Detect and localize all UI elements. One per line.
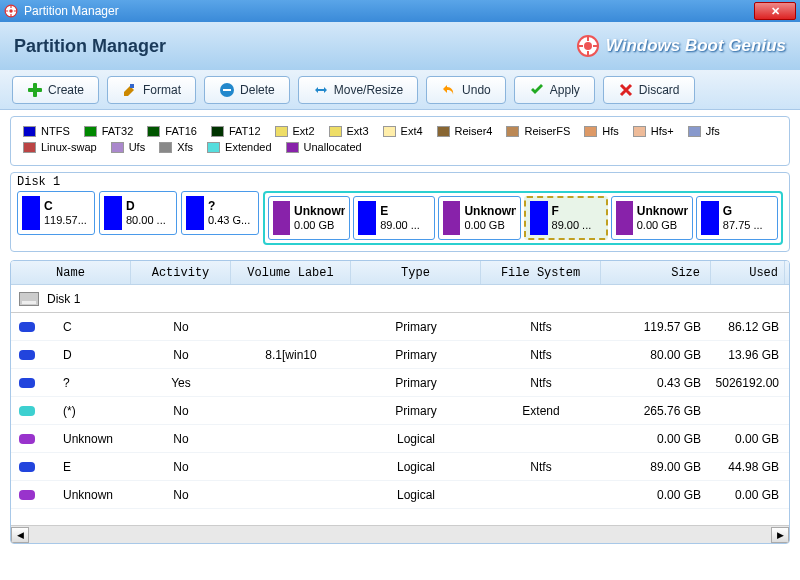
- brand: Windows Boot Genius: [576, 34, 786, 58]
- col-name[interactable]: Name: [11, 261, 131, 284]
- partition-bar: [616, 201, 633, 235]
- legend-item: Ufs: [111, 141, 146, 153]
- table-body[interactable]: Disk 1C No Primary Ntfs 119.57 GB 86.12 …: [11, 285, 789, 525]
- swatch: [84, 126, 97, 137]
- minus-icon: [219, 82, 235, 98]
- svg-rect-10: [223, 89, 231, 91]
- swatch: [23, 126, 36, 137]
- apply-button[interactable]: Apply: [514, 76, 595, 104]
- col-size[interactable]: Size: [601, 261, 711, 284]
- table-row[interactable]: C No Primary Ntfs 119.57 GB 86.12 GB: [11, 313, 789, 341]
- check-icon: [529, 82, 545, 98]
- undo-icon: [441, 82, 457, 98]
- table-header: Name Activity Volume Label Type File Sys…: [11, 261, 789, 285]
- swatch: [211, 126, 224, 137]
- resize-icon: [313, 82, 329, 98]
- disk-map: Disk 1 C119.57...D80.00 ...?0.43 G... Un…: [10, 172, 790, 252]
- partition-dot-icon: [19, 378, 35, 388]
- discard-button[interactable]: Discard: [603, 76, 695, 104]
- legend: NTFSFAT32FAT16FAT12Ext2Ext3Ext4Reiser4Re…: [10, 116, 790, 166]
- legend-item: NTFS: [23, 125, 70, 137]
- legend-item: Reiser4: [437, 125, 493, 137]
- col-activity[interactable]: Activity: [131, 261, 231, 284]
- close-button[interactable]: ✕: [754, 2, 796, 20]
- page-title: Partition Manager: [14, 36, 576, 57]
- legend-item: Ext2: [275, 125, 315, 137]
- swatch: [286, 142, 299, 153]
- brush-icon: [122, 82, 138, 98]
- col-fs[interactable]: File System: [481, 261, 601, 284]
- swatch: [111, 142, 124, 153]
- horizontal-scrollbar[interactable]: ◀ ▶: [11, 525, 789, 543]
- app-icon: [4, 4, 18, 18]
- partition-row: C119.57...D80.00 ...?0.43 G... Unknown0.…: [11, 191, 789, 245]
- swatch: [688, 126, 701, 137]
- partition-bar: [701, 201, 719, 235]
- partition-dot-icon: [19, 406, 35, 416]
- legend-item: Extended: [207, 141, 271, 153]
- scroll-track[interactable]: [29, 527, 771, 543]
- swatch: [275, 126, 288, 137]
- table-row[interactable]: E No Logical Ntfs 89.00 GB 44.98 GB: [11, 453, 789, 481]
- legend-item: Unallocated: [286, 141, 362, 153]
- partition-bar: [22, 196, 40, 230]
- swatch: [207, 142, 220, 153]
- legend-item: Ext4: [383, 125, 423, 137]
- partition-card[interactable]: E89.00 ...: [353, 196, 435, 240]
- partition-dot-icon: [19, 462, 35, 472]
- format-button[interactable]: Format: [107, 76, 196, 104]
- legend-item: Ext3: [329, 125, 369, 137]
- table-row[interactable]: Disk 1: [11, 285, 789, 313]
- swatch: [23, 142, 36, 153]
- table-row[interactable]: D No 8.1[win10 Primary Ntfs 80.00 GB 13.…: [11, 341, 789, 369]
- table-row[interactable]: Unknown No Logical 0.00 GB 0.00 GB: [11, 481, 789, 509]
- brand-icon: [576, 34, 600, 58]
- col-type[interactable]: Type: [351, 261, 481, 284]
- swatch: [159, 142, 172, 153]
- legend-item: ReiserFS: [506, 125, 570, 137]
- create-button[interactable]: Create: [12, 76, 99, 104]
- partition-table: Name Activity Volume Label Type File Sys…: [10, 260, 790, 544]
- col-volume[interactable]: Volume Label: [231, 261, 351, 284]
- undo-button[interactable]: Undo: [426, 76, 506, 104]
- col-used[interactable]: Used: [711, 261, 785, 284]
- svg-rect-8: [130, 84, 134, 88]
- svg-rect-7: [28, 88, 42, 92]
- brand-text: Windows Boot Genius: [606, 36, 786, 56]
- partition-card[interactable]: C119.57...: [17, 191, 95, 235]
- table-row[interactable]: (*) No Primary Extend 265.76 GB: [11, 397, 789, 425]
- legend-item: FAT12: [211, 125, 261, 137]
- legend-item: Xfs: [159, 141, 193, 153]
- svg-point-2: [9, 9, 13, 13]
- partition-card[interactable]: G87.75 ...: [696, 196, 778, 240]
- partition-card[interactable]: F89.00 ...: [524, 196, 608, 240]
- partition-dot-icon: [19, 350, 35, 360]
- swatch: [329, 126, 342, 137]
- delete-button[interactable]: Delete: [204, 76, 290, 104]
- swatch: [437, 126, 450, 137]
- moveresize-button[interactable]: Move/Resize: [298, 76, 418, 104]
- partition-bar: [358, 201, 376, 235]
- swatch: [633, 126, 646, 137]
- partition-bar: [104, 196, 122, 230]
- table-row[interactable]: ? Yes Primary Ntfs 0.43 GB 5026192.00: [11, 369, 789, 397]
- legend-item: Hfs+: [633, 125, 674, 137]
- table-row[interactable]: Unknown No Logical 0.00 GB 0.00 GB: [11, 425, 789, 453]
- swatch: [383, 126, 396, 137]
- titlebar: Partition Manager ✕: [0, 0, 800, 22]
- swatch: [506, 126, 519, 137]
- partition-card[interactable]: Unknown0.00 GB: [268, 196, 350, 240]
- scroll-right-button[interactable]: ▶: [771, 527, 789, 543]
- extended-container: Unknown0.00 GBE89.00 ...Unknown0.00 GBF8…: [263, 191, 783, 245]
- partition-dot-icon: [19, 322, 35, 332]
- scroll-left-button[interactable]: ◀: [11, 527, 29, 543]
- swatch: [147, 126, 160, 137]
- partition-card[interactable]: D80.00 ...: [99, 191, 177, 235]
- partition-bar: [273, 201, 290, 235]
- legend-item: Hfs: [584, 125, 619, 137]
- partition-dot-icon: [19, 490, 35, 500]
- partition-dot-icon: [19, 434, 35, 444]
- partition-card[interactable]: Unknown0.00 GB: [611, 196, 693, 240]
- partition-card[interactable]: Unknown0.00 GB: [438, 196, 520, 240]
- partition-card[interactable]: ?0.43 G...: [181, 191, 259, 235]
